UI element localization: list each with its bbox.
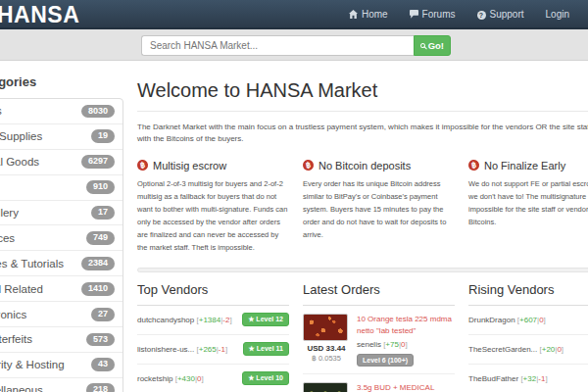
sidebar-item-counterfeits[interactable]: Counterfeits573 xyxy=(0,327,122,353)
category-count-badge: 910 xyxy=(86,180,115,194)
feature-title-text: Multisig escrow xyxy=(153,160,226,172)
order-price-btc: ฿ 0.0535 xyxy=(303,354,350,363)
order-price-usd: USD 33.44 xyxy=(303,344,350,353)
order-row: USD 33.44฿ 0.053510 Orange tesla 225 mdm… xyxy=(303,306,455,374)
sidebar-item-drug-supplies[interactable]: Drug Supplies19 xyxy=(0,124,122,150)
order-details: 3.5g BUD + MEDICAL GRADE A + SELECT A ST… xyxy=(357,382,455,392)
vendor-reputation: [+20|0] xyxy=(539,345,564,354)
order-vendor[interactable]: senelis [+75|0] xyxy=(357,340,455,349)
nav-item-label: Forums xyxy=(422,9,456,20)
sidebar-item-drugs[interactable]: Drugs8030 xyxy=(0,99,122,124)
category-count-badge: 8030 xyxy=(81,105,115,119)
feature-box: ฿Multisig escrowOptional 2-of-3 multisig… xyxy=(137,160,289,255)
vendor-link[interactable]: TheSecretGarden... [+20|0] xyxy=(468,345,564,354)
vendor-link[interactable]: DrunkDragon [+607|0] xyxy=(468,316,546,324)
feature-box: ฿No Finalize EarlyWe do not support FE o… xyxy=(468,160,588,255)
listing-thumbnail[interactable] xyxy=(303,382,348,392)
vendor-link[interactable]: TheBudFather [+32|-1] xyxy=(468,374,548,383)
vendor-level-badge: ★ Level 11 xyxy=(243,342,289,356)
category-label: Jewellery xyxy=(0,207,19,219)
bottom-columns: Top Vendors dutchcandyshop [+1384|-2]★ L… xyxy=(137,282,588,392)
vendor-level-badge: ★ Level 12 xyxy=(242,313,289,326)
sidebar-item-miscellaneous[interactable]: Miscellaneous218 xyxy=(0,378,122,392)
latest-orders-column: Latest Orders USD 33.44฿ 0.053510 Orange… xyxy=(303,282,455,392)
feature-box: ฿No Bitcoin depositsEvery order has its … xyxy=(303,160,455,255)
vendor-reputation: [+1384|-2] xyxy=(197,316,232,324)
order-row: USD 45.00฿ 0.07203.5g BUD + MEDICAL GRAD… xyxy=(303,374,455,392)
title-divider xyxy=(137,111,588,112)
feature-title: ฿No Bitcoin deposits xyxy=(303,160,455,172)
feature-columns: ฿Multisig escrowOptional 2-of-3 multisig… xyxy=(137,160,588,255)
rising-vendors-heading: Rising Vendors xyxy=(468,282,588,306)
main-content: Welcome to HANSA Market The Darknet Mark… xyxy=(137,61,588,392)
search-icon xyxy=(420,43,425,48)
search-group: Go! xyxy=(141,35,451,56)
sidebar-item-services[interactable]: Services749 xyxy=(0,225,122,251)
vendor-row: DrunkDragon [+607|0]★ Level xyxy=(468,306,588,335)
vendor-row: rocketship [+430|0]★ Level 10 xyxy=(137,365,289,392)
sidebar-item-data[interactable]: Data910 xyxy=(0,175,122,201)
sidebar-item-digital-goods[interactable]: Digital Goods6297 xyxy=(0,150,122,175)
vendor-reputation: [+265|-1] xyxy=(196,345,227,354)
nav-item-forums[interactable]: Forums xyxy=(399,0,466,28)
category-label: Counterfeits xyxy=(0,333,32,345)
category-count-badge: 17 xyxy=(91,206,115,220)
bitcoin-icon: ฿ xyxy=(136,159,149,172)
vendor-link[interactable]: rocketship [+430|0] xyxy=(137,374,204,383)
vendor-reputation: [+32|-1] xyxy=(520,374,547,383)
sidebar-item-security-hosting[interactable]: Security & Hosting43 xyxy=(0,353,122,378)
nav-item-support[interactable]: ?Support xyxy=(466,0,535,28)
top-vendors-list: dutchcandyshop [+1384|-2]★ Level 12listo… xyxy=(137,306,289,392)
vendor-reputation: [+75|0] xyxy=(383,340,408,349)
category-label: Guides & Tutorials xyxy=(0,258,64,270)
feature-title: ฿Multisig escrow xyxy=(137,160,289,172)
support-icon: ? xyxy=(477,11,486,20)
vendor-row: dutchcandyshop [+1384|-2]★ Level 12 xyxy=(137,306,289,335)
navbar-menu: HomeForums?SupportLogin xyxy=(338,0,580,28)
vendor-row: TheSecretGarden... [+20|0]★ Level xyxy=(468,335,588,365)
listing-title-link[interactable]: 3.5g BUD + MEDICAL GRADE A + SELECT A ST… xyxy=(357,382,455,392)
support-icon: ? xyxy=(477,9,486,20)
top-navbar: HANSA HomeForums?SupportLogin xyxy=(0,0,588,29)
category-count-badge: 43 xyxy=(91,358,115,371)
vendor-reputation: [+607|0] xyxy=(517,316,546,324)
sidebar-item-guides-tutorials[interactable]: Guides & Tutorials2384 xyxy=(0,251,122,276)
nav-item-label: Login xyxy=(546,9,569,20)
bitcoin-icon: ฿ xyxy=(467,159,480,172)
rising-vendors-column: Rising Vendors DrunkDragon [+607|0]★ Lev… xyxy=(468,282,588,392)
rising-vendors-list: DrunkDragon [+607|0]★ LevelTheSecretGard… xyxy=(468,306,588,392)
search-go-button[interactable]: Go! xyxy=(414,35,451,56)
listing-title-link[interactable]: 10 Orange tesla 225 mdma netto "lab test… xyxy=(357,314,455,337)
home-icon xyxy=(349,10,358,19)
feature-text: We do not support FE or partial escrow r… xyxy=(468,177,588,229)
category-label: Security & Hosting xyxy=(0,359,65,370)
sidebar-item-fraud-related[interactable]: Fraud Related1410 xyxy=(0,276,122,302)
search-input[interactable] xyxy=(141,35,414,56)
order-left: USD 45.00฿ 0.0720 xyxy=(303,382,350,392)
vendor-link[interactable]: listonishere-us... [+265|-1] xyxy=(137,345,227,354)
forums-icon xyxy=(410,10,418,19)
section-divider xyxy=(137,268,588,272)
order-details: 10 Orange tesla 225 mdma netto "lab test… xyxy=(357,314,455,367)
nav-item-home[interactable]: Home xyxy=(338,0,399,28)
bitcoin-icon: ฿ xyxy=(302,159,315,172)
top-vendors-heading: Top Vendors xyxy=(137,282,289,306)
sidebar-item-electronics[interactable]: Electronics27 xyxy=(0,302,122,327)
feature-title-text: No Bitcoin deposits xyxy=(318,160,411,172)
sidebar-item-jewellery[interactable]: Jewellery17 xyxy=(0,201,122,226)
category-sidebar: Categories Drugs8030Drug Supplies19Digit… xyxy=(0,74,123,392)
category-count-badge: 2384 xyxy=(81,257,115,270)
vendor-level-badge: ★ Level 10 xyxy=(242,371,289,385)
category-count-badge: 1410 xyxy=(81,282,115,296)
latest-orders-list: USD 33.44฿ 0.053510 Orange tesla 225 mdm… xyxy=(303,306,455,392)
nav-item-login[interactable]: Login xyxy=(535,0,580,28)
feature-text: Optional 2-of-3 multisig for buyers and … xyxy=(137,177,289,255)
category-count-badge: 218 xyxy=(86,383,115,392)
brand-logo[interactable]: HANSA xyxy=(0,0,79,28)
order-left: USD 33.44฿ 0.0535 xyxy=(303,314,350,367)
vendor-link[interactable]: dutchcandyshop [+1384|-2] xyxy=(137,316,232,324)
listing-thumbnail[interactable] xyxy=(303,314,348,341)
vendor-row: TheBudFather [+32|-1]★ Level xyxy=(468,365,588,392)
nav-item-label: Support xyxy=(490,9,524,20)
category-label: Electronics xyxy=(0,309,26,320)
